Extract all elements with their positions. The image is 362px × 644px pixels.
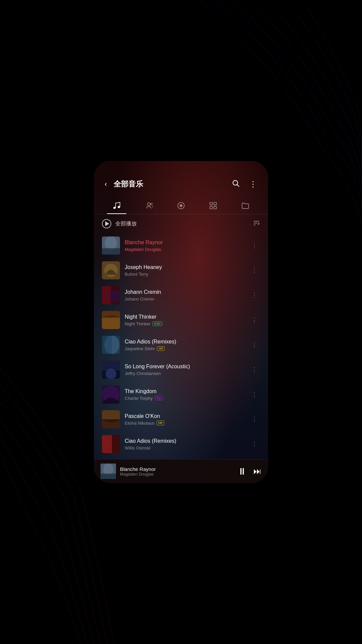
header: ‹ 全部音乐 ⋮ (94, 161, 268, 196)
sort-button[interactable] (253, 219, 260, 228)
mini-thumb-art (101, 464, 116, 479)
track-info: Ciao Adios (Remixes) Willis Osinski (125, 438, 244, 450)
mini-player-thumbnail (101, 464, 116, 479)
quality-badge-sq: SQ (155, 396, 163, 400)
next-button[interactable]: ⏭ (253, 467, 261, 476)
track-thumbnail (102, 385, 120, 404)
track-info: Blanche Raynor Magdalen Douglas (125, 239, 244, 252)
track-artist: Magdalen Douglas (125, 247, 161, 252)
svg-rect-10 (214, 202, 217, 205)
track-info: So Long Forever (Acoustic) Jeffry Christ… (125, 364, 244, 376)
play-all-bar: 全部播放 (94, 214, 268, 233)
track-title: So Long Forever (Acoustic) (125, 364, 244, 370)
track-more-button[interactable]: ⋮ (249, 365, 260, 375)
track-info: Johann Cremin Johann Cremin (125, 289, 244, 302)
tab-albums[interactable] (165, 199, 197, 214)
track-more-button[interactable]: ⋮ (249, 315, 260, 325)
track-title: Ciao Adios (Remixes) (125, 339, 244, 345)
track-title: Joseph Heaney (125, 264, 244, 270)
thumb-art-1 (102, 236, 120, 255)
mini-player-artist: Magdalen Douglas (120, 472, 233, 477)
track-info: The Kingdom Charlie Torphy SQ (125, 388, 244, 401)
tab-playlists[interactable] (197, 199, 229, 214)
list-item[interactable]: The Kingdom Charlie Torphy SQ ⋮ (94, 382, 268, 407)
svg-line-1 (237, 185, 239, 187)
list-item[interactable]: Joseph Heaney Buford Terry ⋮ (94, 258, 268, 283)
track-subtitle: Buford Terry (125, 272, 244, 277)
page-title: 全部音乐 (114, 179, 225, 189)
thumb-art-4 (102, 311, 120, 329)
track-list: Blanche Raynor Magdalen Douglas ⋮ (94, 233, 268, 459)
artist-icon (144, 201, 153, 210)
track-artist: Buford Terry (125, 272, 148, 277)
svg-point-8 (181, 205, 181, 206)
svg-rect-28 (105, 336, 112, 354)
track-title: The Kingdom (125, 388, 244, 394)
track-more-button[interactable]: ⋮ (249, 240, 260, 251)
mini-player[interactable]: Blanche Raynor Magdalen Douglas ⏸ ⏭ (94, 459, 268, 483)
track-subtitle: Jaqueline Stehr HR (125, 346, 244, 351)
svg-rect-11 (210, 206, 213, 209)
track-artist: Elisha Nikolaus (125, 421, 155, 426)
mini-player-controls: ⏸ ⏭ (237, 466, 261, 477)
track-more-button[interactable]: ⋮ (249, 414, 260, 424)
quality-badge-hr: HR (157, 346, 165, 351)
tab-songs[interactable] (101, 199, 133, 214)
phone-frame: ‹ 全部音乐 ⋮ (94, 161, 268, 483)
tab-folders[interactable] (229, 199, 261, 214)
play-all-button[interactable] (102, 219, 111, 228)
track-title: Blanche Raynor (125, 239, 244, 246)
track-title: Pascale O'Kon (125, 413, 244, 419)
list-item[interactable]: Night Thinker Night Thinker DSD ⋮ (94, 308, 268, 332)
track-artist: Night Thinker (125, 321, 150, 326)
track-title: Johann Cremin (125, 289, 244, 295)
svg-rect-40 (101, 474, 116, 479)
svg-point-4 (147, 203, 150, 206)
list-item[interactable]: Blanche Raynor Magdalen Douglas ⋮ (94, 233, 268, 258)
play-all-label: 全部播放 (115, 220, 249, 227)
track-more-button[interactable]: ⋮ (249, 439, 260, 449)
music-icon (112, 201, 121, 210)
quality-badge-hr-2: HR (157, 421, 164, 425)
svg-rect-37 (102, 435, 112, 453)
track-artist: Jaqueline Stehr (125, 346, 155, 351)
track-thumbnail (102, 336, 120, 354)
more-button[interactable]: ⋮ (246, 178, 260, 190)
track-artist: Charlie Torphy (125, 396, 153, 401)
svg-point-3 (118, 206, 120, 208)
thumb-art-8 (102, 410, 120, 428)
track-more-button[interactable]: ⋮ (249, 265, 260, 275)
track-info: Ciao Adios (Remixes) Jaqueline Stehr HR (125, 339, 244, 351)
track-artist: Willis Osinski (125, 445, 150, 450)
pause-button[interactable]: ⏸ (237, 466, 247, 477)
list-item[interactable]: Ciao Adios (Remixes) Jaqueline Stehr HR … (94, 332, 268, 357)
album-icon (177, 201, 185, 210)
list-item[interactable]: Pascale O'Kon Elisha Nikolaus HR ⋮ (94, 407, 268, 432)
folder-icon (241, 201, 250, 210)
track-subtitle: Jeffry Christiansen (125, 371, 244, 376)
list-item[interactable]: Ciao Adios (Remixes) Willis Osinski ⋮ (94, 432, 268, 457)
svg-rect-18 (102, 248, 120, 255)
track-subtitle: Night Thinker DSD (125, 321, 244, 326)
track-thumbnail (102, 435, 120, 453)
track-thumbnail (102, 311, 120, 329)
track-subtitle: Charlie Torphy SQ (125, 396, 244, 401)
track-thumbnail (102, 236, 120, 255)
search-button[interactable] (229, 178, 242, 191)
quality-badge-dsd: DSD (153, 321, 162, 326)
list-item[interactable]: Johann Cremin Johann Cremin ⋮ (94, 283, 268, 308)
list-item[interactable]: So Long Forever (Acoustic) Jeffry Christ… (94, 357, 268, 382)
tab-artists[interactable] (133, 199, 165, 214)
track-more-button[interactable]: ⋮ (249, 340, 260, 350)
track-subtitle: Johann Cremin (125, 297, 244, 302)
mini-player-info: Blanche Raynor Magdalen Douglas (120, 466, 233, 477)
track-artist: Jeffry Christiansen (125, 371, 161, 376)
track-info: Joseph Heaney Buford Terry (125, 264, 244, 277)
sort-icon (253, 219, 260, 227)
track-subtitle: Willis Osinski (125, 445, 244, 450)
track-artist: Johann Cremin (125, 297, 154, 302)
back-button[interactable]: ‹ (102, 178, 110, 190)
svg-rect-25 (102, 318, 120, 329)
track-more-button[interactable]: ⋮ (249, 290, 260, 300)
track-more-button[interactable]: ⋮ (249, 389, 260, 399)
